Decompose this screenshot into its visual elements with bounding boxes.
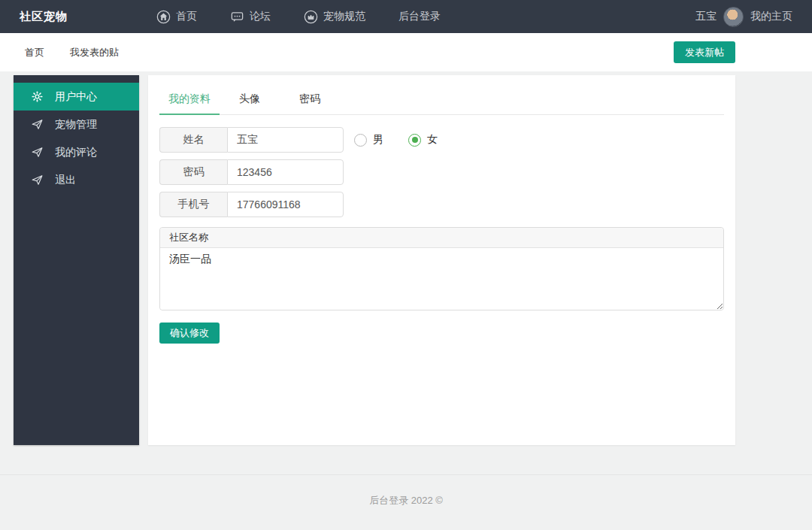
user-avatar[interactable]	[723, 7, 744, 27]
sidebar-item-logout[interactable]: 退出	[14, 166, 139, 194]
breadcrumb-bar: 首页 我发表的贴 发表新帖	[0, 33, 812, 71]
phone-row: 手机号	[159, 192, 724, 217]
phone-input-group: 手机号	[159, 192, 344, 217]
top-navbar: 社区宠物 首页 论坛 宠物规范 后台登录 五宝 我的主页	[0, 0, 812, 33]
phone-label: 手机号	[159, 192, 227, 217]
tab-password[interactable]: 密码	[280, 88, 340, 114]
community-name-label: 社区名称	[160, 228, 723, 248]
new-post-button[interactable]: 发表新帖	[674, 41, 735, 63]
main-panel: 我的资料 头像 密码 姓名 男 女	[148, 75, 735, 445]
sidebar-item-user-center[interactable]: 用户中心	[14, 83, 139, 111]
profile-form: 姓名 男 女 密码	[159, 127, 724, 344]
home-icon	[156, 10, 171, 24]
password-input[interactable]	[227, 159, 344, 185]
footer-text: 后台登录 2022 ©	[369, 495, 443, 506]
content-area: 用户中心 宠物管理 我的评论 退出 我的资料 头像 密码	[14, 75, 735, 445]
profile-tabs: 我的资料 头像 密码	[159, 75, 724, 115]
comment-icon	[230, 10, 244, 24]
sidebar-item-label: 退出	[55, 174, 76, 187]
nav-item-admin-login[interactable]: 后台登录	[398, 10, 441, 23]
gender-female-label: 女	[427, 133, 438, 147]
breadcrumb-my-posts[interactable]: 我发表的贴	[70, 46, 119, 59]
sidebar: 用户中心 宠物管理 我的评论 退出	[14, 75, 139, 445]
gender-male-option[interactable]: 男	[354, 133, 383, 147]
main-nav: 首页 论坛 宠物规范 后台登录	[156, 10, 474, 24]
navbar-user-area: 五宝 我的主页	[695, 7, 792, 27]
my-homepage-link[interactable]: 我的主页	[750, 10, 792, 23]
send-icon	[31, 146, 44, 159]
tab-avatar[interactable]: 头像	[220, 88, 280, 114]
breadcrumb-home[interactable]: 首页	[25, 46, 44, 59]
name-row: 姓名 男 女	[159, 127, 724, 153]
sidebar-item-label: 宠物管理	[55, 118, 97, 132]
gender-radio-group: 男 女	[354, 133, 438, 147]
send-icon	[31, 174, 44, 186]
radio-female-icon[interactable]	[408, 134, 421, 147]
sidebar-item-label: 用户中心	[55, 90, 97, 104]
nav-item-label: 后台登录	[398, 10, 441, 23]
name-label: 姓名	[159, 127, 227, 153]
nav-item-home[interactable]: 首页	[156, 10, 197, 24]
sidebar-item-my-comments[interactable]: 我的评论	[14, 138, 139, 166]
send-icon	[31, 118, 44, 131]
brand-logo: 社区宠物	[20, 10, 68, 24]
crown-icon	[304, 10, 318, 24]
sidebar-item-label: 我的评论	[55, 146, 97, 159]
nav-item-pet-rules[interactable]: 宠物规范	[304, 10, 365, 24]
community-name-textarea[interactable]: 汤臣一品	[160, 248, 723, 310]
gear-icon	[31, 90, 44, 103]
community-panel: 社区名称 汤臣一品	[159, 227, 724, 310]
confirm-edit-button[interactable]: 确认修改	[159, 323, 220, 344]
nav-item-label: 论坛	[250, 10, 271, 23]
nav-item-forum[interactable]: 论坛	[230, 10, 271, 24]
name-input[interactable]	[227, 127, 344, 153]
password-label: 密码	[159, 159, 227, 185]
password-input-group: 密码	[159, 159, 344, 185]
nav-item-label: 首页	[176, 10, 197, 23]
name-input-group: 姓名	[159, 127, 344, 153]
tab-my-profile[interactable]: 我的资料	[159, 88, 220, 114]
gender-female-option[interactable]: 女	[408, 133, 438, 147]
radio-male-icon[interactable]	[354, 134, 367, 147]
phone-input[interactable]	[227, 192, 344, 217]
nav-item-label: 宠物规范	[323, 10, 365, 23]
password-row: 密码	[159, 159, 724, 185]
gender-male-label: 男	[373, 133, 383, 147]
sidebar-item-pet-management[interactable]: 宠物管理	[14, 111, 139, 138]
username-label: 五宝	[695, 10, 717, 23]
page-footer: 后台登录 2022 ©	[0, 474, 812, 507]
